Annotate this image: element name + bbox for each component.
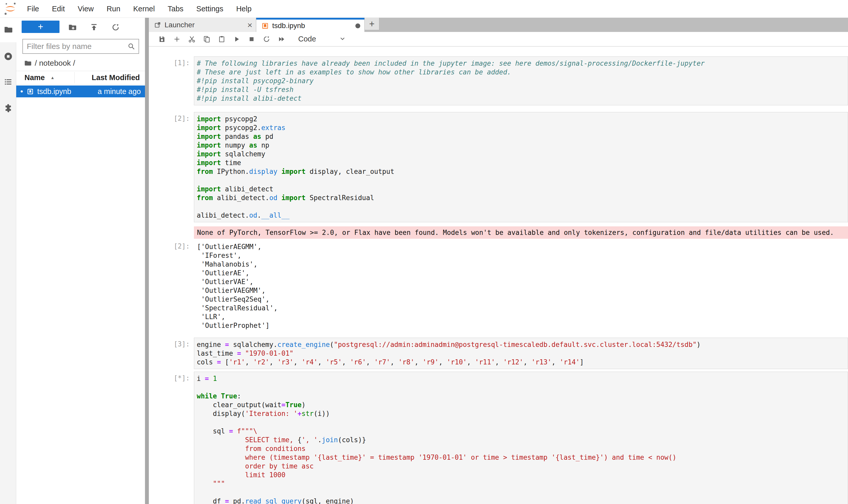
sidebar-strip	[0, 18, 16, 504]
menu-item-tabs[interactable]: Tabs	[161, 0, 190, 18]
jupyterlab-app: FileEditViewRunKernelTabsSettingsHelp	[0, 0, 848, 504]
code-cell: [*]:i = 1 while True: clear_output(wait=…	[149, 372, 848, 504]
upload-icon[interactable]	[89, 22, 99, 33]
output-area: [2]:['OutlierAEGMM', 'IForest', 'Mahalan…	[149, 242, 848, 330]
input-prompt: [2]:	[149, 112, 194, 222]
code-cell-editor[interactable]: i = 1 while True: clear_output(wait=True…	[194, 372, 848, 504]
new-launcher-button[interactable]: +	[22, 21, 59, 33]
jupyter-logo	[4, 2, 17, 15]
code-cell: [3]:engine = sqlalchemy.create_engine("p…	[149, 338, 848, 369]
notebook-cell-area: [1]:# The following libraries have alrea…	[149, 47, 848, 504]
dock-tab-bar: Launcher × tsdb.ipynb +	[149, 18, 848, 32]
stderr-output: None of PyTorch, TensorFlow >= 2.0, or F…	[194, 227, 848, 239]
breadcrumb-path: / notebook /	[35, 59, 75, 68]
copy-icon[interactable]	[199, 34, 214, 45]
new-folder-icon[interactable]	[67, 22, 77, 33]
cell-output: ['OutlierAEGMM', 'IForest', 'Mahalanobis…	[194, 242, 848, 330]
input-prompt: [*]:	[149, 372, 194, 504]
close-icon[interactable]: ×	[247, 21, 252, 29]
file-name: tsdb.ipynb	[37, 87, 71, 96]
menu-item-kernel[interactable]: Kernel	[127, 0, 161, 18]
output-prompt: [2]:	[149, 242, 194, 330]
sidebar-tab-table-of-contents[interactable]	[0, 74, 16, 91]
input-prompt: [1]:	[149, 56, 194, 105]
filter-files-box	[22, 39, 139, 54]
code-cell: [1]:# The following libraries have alrea…	[149, 56, 848, 105]
stop-icon[interactable]	[244, 34, 259, 45]
folder-icon	[4, 25, 13, 35]
file-row-tsdb-ipynb[interactable]: • tsdb.ipynb a minute ago	[16, 86, 145, 97]
notebook-icon	[261, 22, 269, 30]
refresh-icon[interactable]	[110, 22, 121, 33]
running-indicator-dot: •	[20, 87, 23, 96]
column-header-last-modified[interactable]: Last Modified	[92, 71, 140, 84]
notebook-file-icon	[27, 88, 34, 95]
sidebar-tab-running-kernels[interactable]	[0, 49, 16, 65]
column-divider	[74, 72, 75, 83]
new-tab-button[interactable]: +	[364, 18, 379, 30]
filter-files-input[interactable]	[23, 42, 127, 51]
code-cell-editor[interactable]: # The following libraries have already b…	[194, 56, 848, 105]
menu-bar: FileEditViewRunKernelTabsSettingsHelp	[0, 0, 848, 18]
cut-icon[interactable]	[184, 34, 199, 45]
menu-item-edit[interactable]: Edit	[46, 0, 71, 18]
add-cell-icon[interactable]	[169, 34, 184, 45]
tab-label: tsdb.ipynb	[272, 22, 305, 30]
sort-ascending-icon: ▲	[51, 75, 55, 80]
stop-circle-icon	[4, 52, 13, 62]
file-list-header: Name ▲ Last Modified	[16, 71, 145, 85]
sidebar-tab-file-browser[interactable]	[0, 18, 16, 42]
input-prompt: [3]:	[149, 338, 194, 369]
home-folder-icon	[24, 59, 32, 67]
notebook-toolbar: Code	[149, 32, 848, 47]
code-cell-editor[interactable]: import psycopg2import psycopg2.extrasimp…	[194, 112, 848, 222]
menu-item-view[interactable]: View	[71, 0, 100, 18]
code-cell-editor[interactable]: engine = sqlalchemy.create_engine("postg…	[194, 338, 848, 369]
column-header-name[interactable]: Name ▲	[24, 71, 55, 84]
search-icon	[127, 42, 136, 51]
main-menu: FileEditViewRunKernelTabsSettingsHelp	[21, 0, 258, 18]
chevron-down-icon[interactable]	[339, 35, 346, 43]
tab-tsdb-ipynb[interactable]: tsdb.ipynb	[256, 18, 364, 32]
main-dock-panel: Launcher × tsdb.ipynb +	[149, 18, 848, 504]
puzzle-icon	[4, 104, 13, 114]
unsaved-changes-icon[interactable]	[355, 23, 360, 28]
sidebar-tab-extensions[interactable]	[0, 101, 16, 117]
code-cell: [2]:import psycopg2import psycopg2.extra…	[149, 112, 848, 222]
panel-splitter[interactable]	[145, 18, 149, 504]
list-icon	[4, 77, 13, 88]
cell-type-select[interactable]: Code	[298, 35, 316, 43]
run-icon[interactable]	[229, 34, 244, 45]
restart-run-all-icon[interactable]	[274, 34, 289, 45]
menu-item-file[interactable]: File	[21, 0, 46, 18]
menu-item-settings[interactable]: Settings	[190, 0, 230, 18]
launcher-icon	[154, 21, 161, 29]
breadcrumb[interactable]: / notebook /	[24, 57, 75, 69]
file-browser-panel: + / notebook / Name ▲	[16, 18, 145, 504]
menu-item-run[interactable]: Run	[100, 0, 127, 18]
file-browser-toolbar: +	[16, 21, 145, 34]
paste-icon[interactable]	[214, 34, 229, 45]
tab-launcher[interactable]: Launcher ×	[149, 18, 256, 32]
file-last-modified: a minute ago	[97, 87, 141, 96]
save-icon[interactable]	[155, 34, 169, 45]
menu-item-help[interactable]: Help	[230, 0, 258, 18]
tab-label: Launcher	[165, 21, 195, 29]
restart-kernel-icon[interactable]	[259, 34, 274, 45]
